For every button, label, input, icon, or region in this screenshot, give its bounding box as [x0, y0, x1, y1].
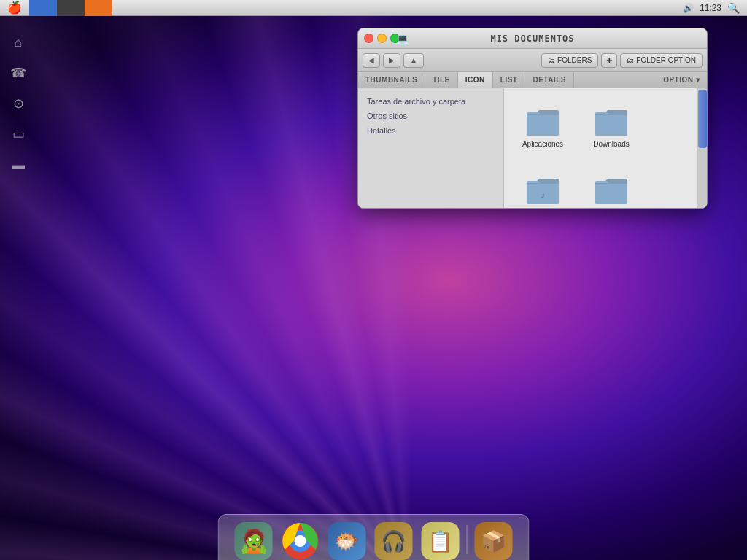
close-button[interactable] [364, 34, 374, 43]
file-manager-window: 💻 Mis documentos ◀ ▶ ▲ 🗂 FOLDERS + 🗂 FOL… [357, 28, 708, 209]
fish-icon: 🐡 [328, 522, 366, 560]
scrollbar[interactable] [697, 88, 707, 209]
dock-separator [467, 525, 468, 554]
sidebar-home-icon[interactable]: ⌂ [7, 31, 30, 54]
folder-mi-musica-icon: ♪ [524, 175, 562, 206]
dock-item-headphones[interactable]: 🎧 [374, 519, 414, 560]
sidebar-folder-icon[interactable]: ▭ [7, 122, 30, 146]
folder-aplicaciones-label: Aplicaciones [522, 140, 563, 148]
tab-details[interactable]: DETAILS [525, 72, 574, 88]
view-tabs: THUMBNAILS TILE ICON LIST DETAILS OPTION… [358, 72, 707, 88]
chrome-icon [282, 522, 320, 560]
tab-thumbnails-label: THUMBNAILS [365, 76, 417, 84]
headphones-icon: 🎧 [375, 522, 413, 560]
up-icon: ▲ [410, 56, 417, 64]
volume-icon[interactable]: 🔊 [683, 3, 694, 13]
tab-list-label: LIST [500, 76, 518, 84]
scrollbar-thumb[interactable] [698, 90, 707, 148]
dock-item-zombie[interactable]: 🧟 [233, 519, 274, 560]
chevron-down-icon: ▾ [696, 76, 700, 84]
zombie-icon: 🧟 [235, 522, 273, 560]
folder-aplicaciones[interactable]: Aplicaciones [510, 94, 576, 160]
menubar-btn-dark[interactable] [57, 0, 85, 16]
sidebar-dock: ⌂ ☎ ⊙ ▭ ▬ [0, 16, 36, 176]
tab-thumbnails[interactable]: THUMBNAILS [358, 72, 425, 88]
tab-details-label: DETAILS [533, 76, 566, 84]
folder-mis-archivos[interactable]: Mis archivos [578, 163, 644, 209]
window-title: Mis documentos [490, 34, 574, 44]
panel-item-tasks[interactable]: Tareas de archivo y carpeta [358, 94, 503, 109]
forward-icon: ▶ [389, 56, 395, 64]
folder-downloads[interactable]: Downloads [578, 94, 644, 160]
menubar-btn-orange[interactable] [85, 0, 112, 16]
forward-button[interactable]: ▶ [383, 53, 400, 68]
apple-menu[interactable]: 🍎 [0, 0, 29, 16]
dock: 🧟 🐡 🎧 📋 � [218, 514, 530, 560]
tab-tile-label: TILE [433, 76, 450, 84]
panel-item-others[interactable]: Otros sitios [358, 109, 503, 123]
tab-list[interactable]: LIST [493, 72, 526, 88]
folder-option-label: FOLDER OPTION [636, 56, 696, 64]
svg-point-3 [295, 535, 306, 547]
window-icon: 💻 [396, 33, 409, 44]
dock-item-gift[interactable]: 📦 [473, 519, 514, 560]
titlebar: 💻 Mis documentos [358, 28, 707, 49]
add-button[interactable]: + [601, 53, 617, 68]
content-area: Tareas de archivo y carpeta Otros sitios… [358, 88, 707, 209]
tab-icon-label: ICON [465, 76, 485, 84]
tab-icon[interactable]: ICON [458, 72, 493, 88]
folder-option-icon: 🗂 [627, 56, 634, 64]
up-button[interactable]: ▲ [403, 53, 424, 68]
folder-mis-archivos-label: Mis archivos [591, 209, 632, 209]
option-dropdown[interactable]: OPTION ▾ [656, 72, 707, 88]
tab-tile[interactable]: TILE [425, 72, 458, 88]
folder-mi-musica[interactable]: ♪ Mi música [510, 163, 576, 209]
panel-details-label: Detalles [367, 126, 396, 135]
panel-item-details[interactable]: Detalles [358, 123, 503, 138]
svg-text:♪: ♪ [541, 189, 546, 201]
apple-icon: 🍎 [7, 1, 22, 15]
folder-grid: Aplicaciones Downloads [504, 88, 697, 209]
window-controls [364, 34, 400, 43]
option-label: OPTION [663, 76, 693, 84]
folder-mis-archivos-icon [592, 175, 630, 206]
menubar-right: 🔊 11:23 🔍 [683, 2, 747, 14]
folder-downloads-label: Downloads [593, 140, 629, 148]
folder-icon: 🗂 [548, 56, 555, 64]
dock-item-notes[interactable]: 📋 [420, 519, 461, 560]
panel-others-label: Otros sitios [367, 112, 407, 120]
left-panel: Tareas de archivo y carpeta Otros sitios… [358, 88, 504, 209]
sidebar-camera-icon[interactable]: ⊙ [7, 92, 30, 115]
folder-aplicaciones-icon [524, 106, 562, 137]
back-icon: ◀ [368, 56, 374, 64]
sidebar-app-icon[interactable]: ▬ [7, 153, 30, 176]
sidebar-phone-icon[interactable]: ☎ [7, 61, 30, 85]
folder-mi-musica-label: Mi música [526, 209, 559, 209]
menubar: 🍎 🔊 11:23 🔍 [0, 0, 747, 16]
menubar-btn-blue[interactable] [29, 0, 57, 16]
add-icon: + [606, 55, 612, 66]
minimize-button[interactable] [377, 34, 387, 43]
back-button[interactable]: ◀ [363, 53, 380, 68]
folder-option-button[interactable]: 🗂 FOLDER OPTION [620, 53, 703, 68]
search-icon[interactable]: 🔍 [727, 2, 740, 14]
toolbar: ◀ ▶ ▲ 🗂 FOLDERS + 🗂 FOLDER OPTION [358, 49, 707, 72]
folders-label: FOLDERS [557, 56, 592, 64]
folders-button[interactable]: 🗂 FOLDERS [541, 53, 598, 68]
folder-downloads-icon [592, 106, 630, 137]
notes-icon: 📋 [422, 522, 460, 560]
gift-icon: 📦 [475, 522, 513, 560]
dock-item-chrome[interactable] [280, 519, 321, 560]
menubar-time: 11:23 [700, 3, 721, 13]
dock-item-fish[interactable]: 🐡 [327, 519, 368, 560]
panel-tasks-label: Tareas de archivo y carpeta [367, 97, 465, 106]
